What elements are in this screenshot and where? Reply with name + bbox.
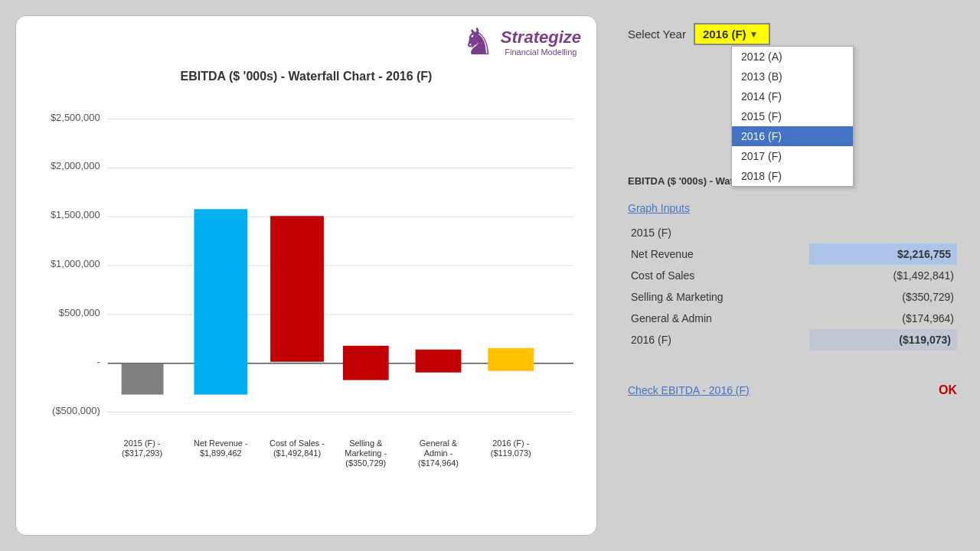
label-net-revenue: Net Revenue <box>628 243 809 265</box>
svg-text:Cost of Sales -: Cost of Sales - <box>270 439 325 448</box>
svg-text:($1,492,841): ($1,492,841) <box>273 448 321 458</box>
selected-year-text: 2016 (F) <box>703 28 746 41</box>
main-container: ♞ Strategize Financial Modelling EBITDA … <box>8 8 972 543</box>
svg-rect-19 <box>488 348 534 371</box>
label-2015f: 2015 (F) <box>628 222 809 243</box>
table-row-2016f: 2016 (F) ($119,073) <box>628 329 957 350</box>
svg-rect-14 <box>122 364 164 395</box>
select-year-row: Select Year 2016 (F) ▼ <box>628 23 957 45</box>
value-selling-marketing: ($350,729) <box>809 286 958 308</box>
svg-text:Marketing -: Marketing - <box>345 448 387 458</box>
svg-text:($350,729): ($350,729) <box>345 458 386 468</box>
svg-rect-18 <box>416 350 462 373</box>
svg-text:-: - <box>96 356 100 367</box>
label-2016f: 2016 (F) <box>628 329 809 350</box>
svg-text:Net Revenue -: Net Revenue - <box>194 439 248 448</box>
svg-text:Selling &: Selling & <box>349 439 383 448</box>
logo-text: Strategize Financial Modelling <box>501 28 581 57</box>
chess-knight-icon: ♞ <box>462 24 495 60</box>
value-net-revenue: $2,216,755 <box>809 243 958 265</box>
label-general-admin: General & Admin <box>628 308 809 329</box>
label-cost-of-sales: Cost of Sales <box>628 265 809 286</box>
svg-text:($317,293): ($317,293) <box>122 448 162 458</box>
logo-title: Strategize <box>501 28 581 47</box>
dropdown-item-2015f[interactable]: 2015 (F) <box>732 106 853 126</box>
graph-inputs-label[interactable]: Graph Inputs <box>628 202 957 214</box>
logo-subtitle: Financial Modelling <box>501 47 581 57</box>
dropdown-item-2013b[interactable]: 2013 (B) <box>732 67 853 86</box>
svg-text:$1,899,462: $1,899,462 <box>200 448 242 458</box>
year-select-button[interactable]: 2016 (F) ▼ <box>694 23 770 45</box>
check-ok-value: OK <box>939 383 957 397</box>
svg-text:2015 (F) -: 2015 (F) - <box>124 439 161 448</box>
dropdown-item-2012a[interactable]: 2012 (A) <box>732 47 853 67</box>
right-panel: Select Year 2016 (F) ▼ 2012 (A) 2013 (B)… <box>612 15 965 405</box>
svg-text:$500,000: $500,000 <box>59 307 100 318</box>
table-row-selling-marketing: Selling & Marketing ($350,729) <box>628 286 957 308</box>
table-row-cost-of-sales: Cost of Sales ($1,492,841) <box>628 265 957 286</box>
svg-text:2016 (F) -: 2016 (F) - <box>492 439 529 448</box>
value-2016f: ($119,073) <box>809 329 958 350</box>
chart-area: $2,500,000 $2,000,000 $1,500,000 $1,000,… <box>31 91 581 489</box>
chart-container: ♞ Strategize Financial Modelling EBITDA … <box>15 15 597 536</box>
dropdown-item-2016f[interactable]: 2016 (F) <box>732 126 853 146</box>
svg-text:$2,500,000: $2,500,000 <box>51 112 100 123</box>
value-general-admin: ($174,964) <box>809 308 958 329</box>
value-2015f <box>809 222 958 243</box>
svg-text:Admin -: Admin - <box>424 448 453 458</box>
svg-text:($500,000): ($500,000) <box>52 405 100 416</box>
dropdown-item-2014f[interactable]: 2014 (F) <box>732 86 853 106</box>
svg-rect-15 <box>194 209 247 394</box>
dropdown-item-2018f[interactable]: 2018 (F) <box>732 166 853 186</box>
svg-text:$1,000,000: $1,000,000 <box>51 258 100 269</box>
svg-text:$1,500,000: $1,500,000 <box>51 209 100 220</box>
logo: ♞ Strategize Financial Modelling <box>462 24 581 60</box>
table-row-2015f: 2015 (F) <box>628 222 957 243</box>
label-selling-marketing: Selling & Marketing <box>628 286 809 308</box>
svg-rect-16 <box>270 216 324 361</box>
check-ebitda-label[interactable]: Check EBITDA - 2016 (F) <box>628 384 750 396</box>
chart-title: EBITDA ($ '000s) - Waterfall Chart - 201… <box>31 70 581 83</box>
inputs-table: 2015 (F) Net Revenue $2,216,755 Cost of … <box>628 222 957 350</box>
value-cost-of-sales: ($1,492,841) <box>809 265 958 286</box>
svg-rect-17 <box>343 346 389 380</box>
waterfall-svg: $2,500,000 $2,000,000 $1,500,000 $1,000,… <box>31 91 581 489</box>
check-row: Check EBITDA - 2016 (F) OK <box>628 373 957 397</box>
svg-text:General &: General & <box>420 439 458 448</box>
year-dropdown-menu[interactable]: 2012 (A) 2013 (B) 2014 (F) 2015 (F) 2016… <box>731 46 854 187</box>
dropdown-arrow-icon: ▼ <box>750 29 759 40</box>
svg-text:($119,073): ($119,073) <box>491 448 531 458</box>
dropdown-item-2017f[interactable]: 2017 (F) <box>732 146 853 166</box>
table-row-general-admin: General & Admin ($174,964) <box>628 308 957 329</box>
select-year-label: Select Year <box>628 28 686 41</box>
svg-text:($174,964): ($174,964) <box>418 458 459 468</box>
table-row-net-revenue: Net Revenue $2,216,755 <box>628 243 957 265</box>
svg-text:$2,000,000: $2,000,000 <box>51 160 100 171</box>
